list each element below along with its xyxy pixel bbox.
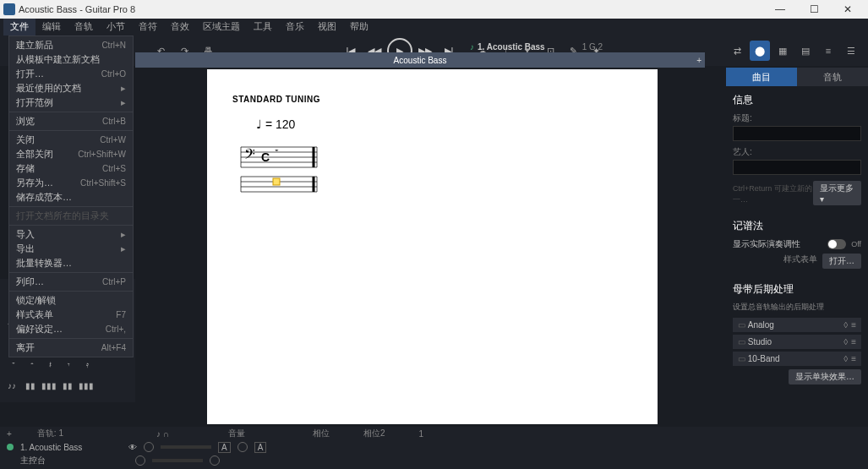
volume-header: 音量 <box>228 428 245 439</box>
menu-stylesheet[interactable]: 样式表单F7 <box>9 308 133 322</box>
master-volume-slider[interactable] <box>152 459 203 462</box>
menu-edit[interactable]: 编辑 <box>35 19 68 35</box>
menu-browse[interactable]: 浏览Ctrl+B <box>9 114 133 128</box>
menu-section[interactable]: 区域主题 <box>196 19 247 35</box>
panel-fretboard-button[interactable]: ⬤ <box>750 41 770 61</box>
newline-hint: Ctrl+Return 可建立新的一… <box>733 183 813 205</box>
visibility-icon[interactable]: 👁 <box>128 443 137 452</box>
palette-16th-rest-icon[interactable]: 𝄿 <box>79 358 93 372</box>
score-page[interactable]: STANDARD TUNING ♩ = 120 𝄢 C 𝄻 <box>207 69 658 424</box>
palette-dynamics-bars2-icon[interactable]: ▮▮▮ <box>42 379 56 392</box>
menu-save-as[interactable]: 另存为…Ctrl+Shift+S <box>9 176 133 190</box>
palette-eighth-rest-icon[interactable]: 𝄾 <box>61 358 74 372</box>
stylesheet-label: 样式表单 <box>783 254 817 269</box>
palette-quarter-rest-icon[interactable]: 𝄽 <box>42 358 56 372</box>
menu-open[interactable]: 打开…Ctrl+O <box>9 67 133 81</box>
panel-1-button[interactable]: ⇄ <box>727 41 747 61</box>
menu-exit[interactable]: 离开Alt+F4 <box>9 341 133 355</box>
track-count-label: 音轨: 1 <box>37 428 63 439</box>
menu-save[interactable]: 存储Ctrl+S <box>9 161 133 176</box>
tempo-marking: ♩ = 120 <box>256 117 632 131</box>
menu-print[interactable]: 列印…Ctrl+P <box>9 275 133 289</box>
show-pedals-button[interactable]: 显示单块效果… <box>789 369 861 384</box>
file-menu-dropdown: 建立新品Ctrl+N 从模板中建立新文档 打开…Ctrl+O 最近使用的文档▸ … <box>8 35 134 357</box>
volume-slider[interactable] <box>161 445 211 449</box>
maximize-button[interactable]: ☐ <box>797 0 831 19</box>
staff-svg: 𝄢 C 𝄻 <box>232 143 325 194</box>
menu-recent[interactable]: 最近使用的文档▸ <box>9 81 133 95</box>
tab-song[interactable]: 曲目 <box>726 68 797 86</box>
menu-export[interactable]: 导出▸ <box>9 242 133 256</box>
inspector-panel: 曲目 音轨 信息 标题: 艺人: Ctrl+Return 可建立新的一… 显示更… <box>726 68 868 391</box>
master-pan-knob[interactable] <box>210 455 220 466</box>
menu-sound[interactable]: 音乐 <box>279 19 311 35</box>
palette-whole-rest-icon[interactable]: 𝄻 <box>5 358 19 372</box>
marker-a-button[interactable]: A <box>218 442 231 453</box>
artist-input[interactable] <box>733 160 861 175</box>
panel-mixer-button[interactable]: ≡ <box>818 41 838 61</box>
svg-text:C: C <box>261 150 270 164</box>
minimize-button[interactable]: — <box>763 0 797 19</box>
menu-note[interactable]: 音符 <box>132 19 164 35</box>
fx-row-10band[interactable]: ▭ 10-Band◊≡ <box>733 352 861 366</box>
svg-text:𝄻: 𝄻 <box>275 150 279 151</box>
palette-dynamics-bars4-icon[interactable]: ▮▮▮ <box>79 379 93 392</box>
marker-b-button[interactable]: A <box>254 442 267 453</box>
notation-toggle-switch[interactable] <box>827 239 846 249</box>
menu-open-sample[interactable]: 打开范例▸ <box>9 95 133 110</box>
panel-inspector-button[interactable]: ☰ <box>841 41 861 61</box>
mixer-bar: + 音轨: 1 ♪ ∩ 音量 相位 相位2 1 1. Acoustic Bass… <box>0 427 868 469</box>
tab-track[interactable]: 音轨 <box>797 68 868 86</box>
window-titlebar: Acoustic Bass - Guitar Pro 8 — ☐ ✕ <box>0 0 868 19</box>
menu-import[interactable]: 导入▸ <box>9 227 133 242</box>
title-field-label: 标题: <box>733 112 861 124</box>
staff-notation[interactable]: 𝄢 C 𝄻 <box>232 143 632 194</box>
fx-row-studio[interactable]: ▭ Studio◊≡ <box>733 335 861 349</box>
fx-row-analog[interactable]: ▭ Analog◊≡ <box>733 318 861 332</box>
track-color-icon <box>7 444 14 450</box>
menu-preferences[interactable]: 偏好设定…Ctrl+, <box>9 322 133 336</box>
mastering-section-title: 母带后期处理 <box>733 282 861 297</box>
mastering-subtitle: 设置总音轨输出的后期处理 <box>733 302 861 313</box>
menu-close[interactable]: 关闭Ctrl+W <box>9 133 133 147</box>
menu-effects[interactable]: 音效 <box>164 19 196 35</box>
mixer-master-row[interactable]: 主控台 <box>7 454 861 467</box>
menu-save-template[interactable]: 储存成范本… <box>9 190 133 205</box>
svg-text:𝄢: 𝄢 <box>244 146 255 165</box>
menu-lock[interactable]: 锁定/解锁 <box>9 293 133 308</box>
palette-half-rest-icon[interactable]: 𝄼 <box>24 358 37 372</box>
track-header-strip[interactable]: Acoustic Bass + <box>135 52 705 68</box>
volume-knob[interactable] <box>144 442 154 452</box>
notation-section-title: 记谱法 <box>733 219 861 233</box>
menu-new[interactable]: 建立新品Ctrl+N <box>9 38 133 52</box>
title-input[interactable] <box>733 126 861 141</box>
menu-view[interactable]: 视图 <box>311 19 343 35</box>
panel-drums-button[interactable]: ▤ <box>795 41 816 61</box>
menu-file[interactable]: 文件 <box>3 19 35 35</box>
menu-bar[interactable]: 小节 <box>100 19 132 35</box>
track-num-header: 1 <box>419 429 424 439</box>
notation-toggle-label: 显示实际演奏调性 <box>733 238 822 250</box>
menu-tools[interactable]: 工具 <box>247 19 279 35</box>
menu-close-all[interactable]: 全部关闭Ctrl+Shift+W <box>9 147 133 161</box>
menu-batch-convert[interactable]: 批量转换器… <box>9 256 133 270</box>
palette-dynamics-bars3-icon[interactable]: ▮▮ <box>61 379 74 392</box>
info-section-title: 信息 <box>733 93 861 107</box>
tuning-label: STANDARD TUNING <box>232 95 632 104</box>
menu-track[interactable]: 音轨 <box>68 19 100 35</box>
panel-keyboard-button[interactable]: ▦ <box>772 41 793 61</box>
svg-rect-18 <box>273 178 280 185</box>
show-more-button[interactable]: 显示更多 ▾ <box>813 181 861 205</box>
mixer-track-row-1[interactable]: 1. Acoustic Bass 👁 A A <box>7 440 861 454</box>
palette-dynamics-bars1-icon[interactable]: ▮▮ <box>24 379 37 392</box>
stylesheet-open-button[interactable]: 打开… <box>822 254 861 269</box>
palette-dynamics-pp-icon[interactable]: ♪♪ <box>5 379 19 392</box>
master-volume-knob[interactable] <box>135 455 145 466</box>
add-track-button[interactable]: + <box>696 56 701 65</box>
menu-new-from-template[interactable]: 从模板中建立新文档 <box>9 52 133 67</box>
close-button[interactable]: ✕ <box>831 0 865 19</box>
add-track-plus[interactable]: + <box>7 429 12 439</box>
mixer-track-name: 1. Acoustic Bass <box>20 443 122 452</box>
pan-knob[interactable] <box>237 442 248 452</box>
menu-help[interactable]: 帮助 <box>343 19 375 35</box>
